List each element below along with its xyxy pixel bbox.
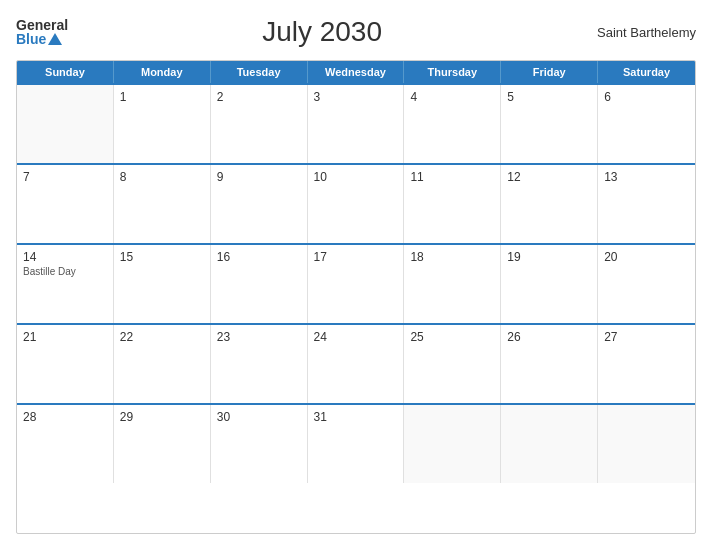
logo: General Blue	[16, 18, 68, 46]
weekday-header-tuesday: Tuesday	[211, 61, 308, 83]
calendar-cell: 27	[598, 325, 695, 403]
day-number: 1	[120, 90, 204, 104]
day-number: 28	[23, 410, 107, 424]
weekday-header-sunday: Sunday	[17, 61, 114, 83]
calendar-cell: 26	[501, 325, 598, 403]
calendar-cell: 16	[211, 245, 308, 323]
calendar-cell: 23	[211, 325, 308, 403]
day-number: 24	[314, 330, 398, 344]
calendar-cell: 2	[211, 85, 308, 163]
calendar-cell: 20	[598, 245, 695, 323]
calendar-cell: 4	[404, 85, 501, 163]
day-number: 4	[410, 90, 494, 104]
day-number: 6	[604, 90, 689, 104]
day-number: 22	[120, 330, 204, 344]
day-event: Bastille Day	[23, 266, 107, 277]
calendar-cell	[501, 405, 598, 483]
calendar-week-2: 78910111213	[17, 163, 695, 243]
calendar-cell: 8	[114, 165, 211, 243]
calendar-cell: 31	[308, 405, 405, 483]
day-number: 3	[314, 90, 398, 104]
day-number: 30	[217, 410, 301, 424]
calendar-cell: 29	[114, 405, 211, 483]
calendar-week-5: 28293031	[17, 403, 695, 483]
calendar-cell: 9	[211, 165, 308, 243]
calendar-cell: 28	[17, 405, 114, 483]
calendar-cell: 30	[211, 405, 308, 483]
calendar-cell: 18	[404, 245, 501, 323]
day-number: 17	[314, 250, 398, 264]
weekday-header-friday: Friday	[501, 61, 598, 83]
calendar-cell: 7	[17, 165, 114, 243]
calendar-week-3: 14Bastille Day151617181920	[17, 243, 695, 323]
day-number: 21	[23, 330, 107, 344]
day-number: 20	[604, 250, 689, 264]
calendar-cell: 24	[308, 325, 405, 403]
day-number: 5	[507, 90, 591, 104]
calendar-cell: 1	[114, 85, 211, 163]
day-number: 18	[410, 250, 494, 264]
calendar-cell: 10	[308, 165, 405, 243]
calendar-week-1: 123456	[17, 83, 695, 163]
day-number: 14	[23, 250, 107, 264]
calendar-cell: 19	[501, 245, 598, 323]
calendar-cell: 17	[308, 245, 405, 323]
month-title: July 2030	[68, 16, 576, 48]
day-number: 15	[120, 250, 204, 264]
weekday-header-saturday: Saturday	[598, 61, 695, 83]
calendar-cell: 15	[114, 245, 211, 323]
calendar-header: General Blue July 2030 Saint Barthelemy	[16, 16, 696, 48]
calendar-cell: 25	[404, 325, 501, 403]
calendar-cell: 11	[404, 165, 501, 243]
weekday-header-row: SundayMondayTuesdayWednesdayThursdayFrid…	[17, 61, 695, 83]
weekday-header-thursday: Thursday	[404, 61, 501, 83]
day-number: 29	[120, 410, 204, 424]
calendar-cell: 22	[114, 325, 211, 403]
weekday-header-wednesday: Wednesday	[308, 61, 405, 83]
day-number: 23	[217, 330, 301, 344]
day-number: 8	[120, 170, 204, 184]
day-number: 16	[217, 250, 301, 264]
logo-general-text: General	[16, 18, 68, 32]
calendar-cell: 21	[17, 325, 114, 403]
calendar-cell: 6	[598, 85, 695, 163]
calendar-cell	[598, 405, 695, 483]
calendar-body: 1234567891011121314Bastille Day151617181…	[17, 83, 695, 483]
weekday-header-monday: Monday	[114, 61, 211, 83]
day-number: 9	[217, 170, 301, 184]
calendar-cell: 3	[308, 85, 405, 163]
day-number: 19	[507, 250, 591, 264]
day-number: 27	[604, 330, 689, 344]
calendar-cell: 14Bastille Day	[17, 245, 114, 323]
calendar-cell: 13	[598, 165, 695, 243]
calendar-week-4: 21222324252627	[17, 323, 695, 403]
day-number: 12	[507, 170, 591, 184]
logo-triangle-icon	[48, 33, 62, 45]
calendar-cell	[404, 405, 501, 483]
calendar-cell: 5	[501, 85, 598, 163]
calendar-cell: 12	[501, 165, 598, 243]
logo-blue-text: Blue	[16, 32, 62, 46]
day-number: 2	[217, 90, 301, 104]
day-number: 25	[410, 330, 494, 344]
day-number: 26	[507, 330, 591, 344]
day-number: 11	[410, 170, 494, 184]
day-number: 10	[314, 170, 398, 184]
calendar-cell	[17, 85, 114, 163]
day-number: 13	[604, 170, 689, 184]
calendar: SundayMondayTuesdayWednesdayThursdayFrid…	[16, 60, 696, 534]
region-label: Saint Barthelemy	[576, 25, 696, 40]
day-number: 31	[314, 410, 398, 424]
day-number: 7	[23, 170, 107, 184]
